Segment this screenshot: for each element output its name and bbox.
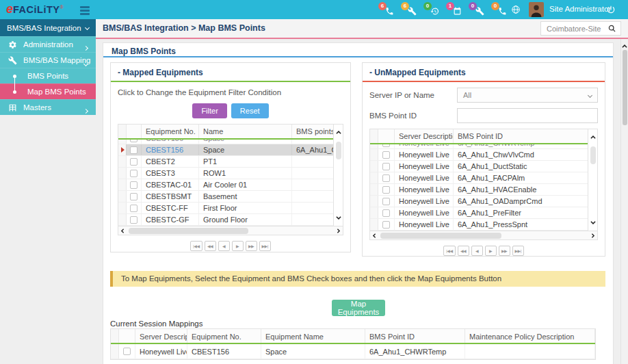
row-checkbox[interactable] <box>382 163 390 170</box>
row-checkbox[interactable] <box>382 198 390 205</box>
next-page-button[interactable]: ▶ <box>485 246 497 256</box>
globe-icon[interactable] <box>511 5 521 14</box>
row-marker-cell <box>118 203 127 213</box>
vertical-scrollbar[interactable] <box>333 125 343 226</box>
search-input[interactable] <box>541 25 607 33</box>
table-row[interactable]: CBEST3ROW1 <box>118 168 333 179</box>
table-row[interactable]: CBEST2PT1 <box>118 156 333 168</box>
scrollbar-thumb[interactable] <box>336 142 341 159</box>
app-logo[interactable]: eFACiLiTY® <box>6 2 64 16</box>
checkbox-cell <box>378 149 395 160</box>
table-row[interactable]: CBESTC-FFFirst Floor <box>118 203 333 214</box>
avatar[interactable] <box>529 2 544 17</box>
sidebar-item-masters[interactable]: Masters <box>0 99 96 115</box>
table-cell: Honeywell Live <box>395 219 454 230</box>
scroll-down-icon[interactable] <box>335 211 342 224</box>
table-row[interactable]: CBESTAC-01Air Cooler 01 <box>118 179 333 191</box>
scrollbar-track[interactable] <box>127 228 334 234</box>
row-checkbox[interactable] <box>382 209 390 217</box>
row-checkbox[interactable] <box>130 216 138 224</box>
calendar-icon[interactable]: 1 <box>447 2 462 17</box>
row-checkbox[interactable] <box>382 174 390 182</box>
table-row[interactable]: Honeywell Live6A_Ahu1_PreFilter <box>370 207 588 219</box>
table-row[interactable]: Honeywell Live6A_Ahu1_CHWRTemp <box>370 144 588 149</box>
equipment-link[interactable]: CBEST156 <box>142 144 199 155</box>
scroll-right-icon[interactable] <box>588 229 597 242</box>
row-checkbox[interactable] <box>382 186 390 194</box>
map-equipments-button[interactable]: Map Equipments <box>332 300 385 316</box>
maintenance-icon[interactable]: 0 <box>470 2 484 17</box>
row-checkbox[interactable] <box>130 181 138 189</box>
row-checkbox[interactable] <box>123 348 131 355</box>
row-checkbox[interactable] <box>382 151 390 159</box>
sidebar-item-administration[interactable]: Administration <box>0 36 96 52</box>
prev-page-button[interactable]: ◀ <box>471 246 483 256</box>
history-icon[interactable]: 0 <box>425 2 439 17</box>
scroll-right-icon[interactable] <box>334 224 343 237</box>
scroll-left-icon[interactable] <box>370 229 379 242</box>
horizontal-scrollbar[interactable] <box>370 231 597 239</box>
horizontal-scrollbar[interactable] <box>118 226 343 235</box>
table-header-row: Server DescriptionEquipment No.Equipment… <box>111 329 595 343</box>
table-row[interactable]: Honeywell Live6A_Ahu1_FACPAlm <box>370 172 588 184</box>
table-row[interactable]: Honeywell Live6A_Ahu1_ChwVlvCmd <box>370 149 588 161</box>
table-row[interactable]: CBESTBSMTBasement <box>118 191 333 203</box>
work-order-icon[interactable]: 6 <box>402 2 417 17</box>
table-cell: Ground Floor <box>199 214 292 225</box>
fast-next-button[interactable]: ▶▶ <box>246 241 257 251</box>
enquiry-icon[interactable]: 0 <box>493 2 507 17</box>
scrollbar-thumb[interactable] <box>590 146 596 164</box>
row-checkbox[interactable] <box>382 221 390 229</box>
column-header: Server Description <box>135 329 187 343</box>
scroll-up-icon[interactable] <box>621 40 628 47</box>
fast-next-button[interactable]: ▶▶ <box>499 246 510 256</box>
row-checkbox[interactable] <box>130 158 138 166</box>
row-checkbox[interactable] <box>130 170 138 177</box>
first-page-button[interactable]: |◀◀ <box>443 246 455 256</box>
first-page-button[interactable]: |◀◀ <box>190 241 202 251</box>
vertical-scrollbar[interactable] <box>588 129 597 231</box>
site-search-box[interactable] <box>540 21 621 36</box>
table-row[interactable]: CBEST156Space <box>118 140 333 144</box>
row-checkbox[interactable] <box>382 144 390 147</box>
table-row[interactable]: Honeywell Live6A_Ahu1_OADamprCmd <box>370 196 588 207</box>
scroll-left-icon[interactable] <box>118 224 127 237</box>
row-checkbox[interactable] <box>130 193 138 200</box>
scrollbar-track[interactable] <box>379 233 588 239</box>
logout-icon[interactable] <box>606 5 616 14</box>
table-row[interactable]: CBEST156Space6A_Ahu1_CHWRTemp <box>118 144 333 156</box>
row-checkbox[interactable] <box>130 205 138 212</box>
filter-button[interactable]: Filter <box>192 103 226 118</box>
last-page-button[interactable]: ▶▶| <box>259 241 271 251</box>
reset-button[interactable]: Reset <box>231 103 269 118</box>
menu-toggle-icon[interactable] <box>80 6 90 15</box>
table-cell <box>292 179 336 190</box>
page-scrollbar[interactable] <box>620 39 628 364</box>
fast-prev-button[interactable]: ◀◀ <box>205 241 216 251</box>
call-log-icon[interactable]: 6 <box>380 2 394 17</box>
scroll-up-icon[interactable] <box>335 127 342 139</box>
row-checkbox[interactable] <box>130 140 138 142</box>
table-row[interactable]: Honeywell Live6A_Ahu1_PressSpnt <box>370 219 588 231</box>
table-row[interactable]: CBESTC-GFGround Floor <box>118 214 333 226</box>
prev-page-button[interactable]: ◀ <box>218 241 230 251</box>
server-select[interactable]: All <box>457 88 598 103</box>
table-row[interactable]: Honeywell Live6A_Ahu1_DuctStatic <box>370 161 588 172</box>
scrollbar-thumb[interactable] <box>380 233 501 239</box>
search-icon[interactable] <box>607 23 618 34</box>
sidebar-module-header[interactable]: BMS/BAS Integration <box>0 19 96 36</box>
row-marker-cell <box>111 344 119 359</box>
row-checkbox[interactable] <box>130 146 138 154</box>
scroll-up-icon[interactable] <box>590 131 597 144</box>
fast-prev-button[interactable]: ◀◀ <box>458 246 469 256</box>
filter-condition-link[interactable]: Click to Change the Equipment Filter Con… <box>111 82 350 96</box>
sidebar-item-bms-bas-mapping[interactable]: BMS/BAS Mapping <box>0 52 96 68</box>
table-row[interactable]: Honeywell Live6A_Ahu1_HVACEnable <box>370 184 588 196</box>
table-row[interactable]: Honeywell LiveCBEST156Space6A_Ahu1_CHWRT… <box>111 344 595 359</box>
scrollbar-thumb[interactable] <box>129 228 248 234</box>
last-page-button[interactable]: ▶▶| <box>512 246 524 256</box>
next-page-button[interactable]: ▶ <box>232 241 244 251</box>
scrollbar-thumb[interactable] <box>623 50 627 125</box>
scroll-down-icon[interactable] <box>590 216 597 229</box>
bms-point-id-input[interactable] <box>457 108 598 123</box>
